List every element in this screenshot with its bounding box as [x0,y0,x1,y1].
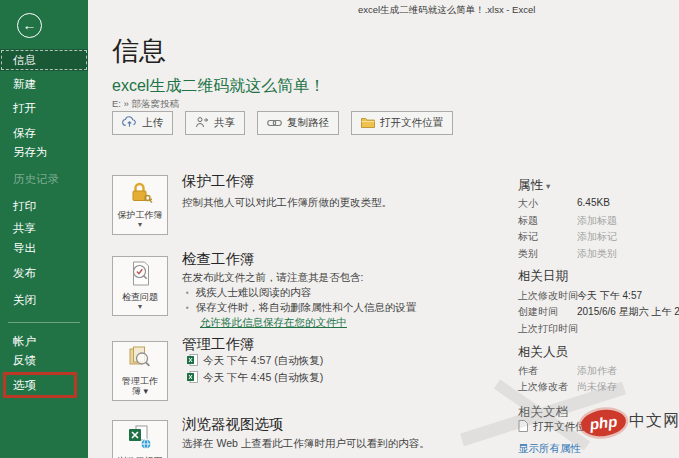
bullet-icon: ▪ [186,303,189,312]
browser-view-icon [127,436,153,453]
title-label: 标题 [518,215,538,226]
inspect-bullet-2-text: 保存文件时，将自动删除属性和个人信息的设置 [196,301,417,313]
manage-section-heading: 管理工作簿 [182,335,255,354]
inspect-section-heading: 检查工作簿 [182,250,255,269]
date-row-printed: 上次打印时间 [518,322,578,336]
sidebar-item-info[interactable]: 信息 [0,49,88,71]
sidebar-item-save-as[interactable]: 另存为 [0,141,88,163]
browser-view-options-button[interactable]: 浏览器视图 [112,420,168,458]
inspect-bullet-2: ▪保存文件时，将自动删除属性和个人信息的设置 [186,301,416,315]
excel-backstage-window: excel生成二维码就这么简单！.xlsx - Excel ← 信息 新建 打开… [0,0,679,458]
copy-path-label: 复制路径 [287,116,329,130]
created-value: 2015/6/6 星期六 上午 2:19 [577,305,679,319]
add-category-field[interactable]: 添加类别 [577,247,617,261]
page-title: 信息 [112,33,166,69]
sidebar-divider [8,322,80,323]
open-file-location-label: 打开文件位置 [380,116,443,130]
copy-path-button[interactable]: 复制路径 [257,111,339,135]
modified-value: 今天 下午 4:57 [577,289,642,303]
inspect-section-description: 在发布此文件之前，请注意其是否包含: [182,271,363,285]
back-button[interactable]: ← [17,13,42,38]
sidebar-item-history: 历史记录 [0,168,88,190]
version-label: 今天 下午 4:57 (自动恢复) [203,354,323,368]
caret-down-icon: ▾ [113,302,167,311]
browser-view-section-heading: 浏览器视图选项 [182,415,284,434]
excel-file-icon [187,354,198,368]
sidebar-item-publish[interactable]: 发布 [0,262,88,284]
browser-view-section-description: 选择在 Web 上查看此工作簿时用户可以看到的内容。 [182,437,430,451]
sidebar-item-share[interactable]: 共享 [0,217,88,239]
property-row-title: 标题添加标题 [518,214,538,228]
people-row-author: 作者添加作者 [518,364,538,378]
allow-save-info-link[interactable]: 允许将此信息保存在您的文件中 [200,316,347,330]
upload-label: 上传 [142,116,163,130]
options-highlight-annotation [3,372,77,398]
document-title: excel生成二维码就这么简单！ [112,76,325,97]
protect-section-heading: 保护工作簿 [182,172,255,191]
open-file-location-button[interactable]: 打开文件位置 [351,111,453,135]
link-icon [267,117,282,129]
document-path: E: » 部落窝投稿 [112,98,179,111]
version-label: 今天 下午 4:45 (自动恢复) [203,371,323,385]
protect-button-label: 保护工作簿 [113,210,167,220]
protect-section-description: 控制其他人可以对此工作簿所做的更改类型。 [182,196,392,210]
add-tags-field[interactable]: 添加标记 [577,230,617,244]
folder-icon [361,117,375,130]
caret-down-icon: ▾ [546,181,550,191]
related-dates-heading: 相关日期 [518,268,568,285]
inspect-document-icon [129,272,152,289]
window-title: excel生成二维码就这么简单！.xlsx - Excel [358,4,535,17]
back-arrow-icon: ← [23,17,37,33]
date-row-modified: 上次修改时间今天 下午 4:57 [518,289,578,303]
printed-label: 上次打印时间 [518,323,578,334]
size-value: 6.45KB [577,197,610,208]
created-label: 创建时间 [518,306,558,317]
lock-key-icon [127,190,153,207]
inspect-button-label: 检查问题 [113,292,167,302]
caret-down-icon: ▾ [113,220,167,229]
inspect-bullet-1: ▪残疾人士难以阅读的内容 [186,286,311,300]
add-author-field[interactable]: 添加作者 [577,364,617,378]
sidebar-item-new[interactable]: 新建 [0,73,88,95]
sidebar-item-feedback[interactable]: 反馈 [0,349,88,371]
share-icon [195,116,209,130]
manage-versions-icon [127,356,153,373]
date-row-created: 创建时间2015/6/6 星期六 上午 2:19 [518,305,558,319]
inspect-workbook-button[interactable]: 检查问题 ▾ [112,256,168,316]
property-row-size: 大小6.45KB [518,197,538,211]
autorecover-version-item[interactable]: 今天 下午 4:57 (自动恢复) [187,354,323,368]
size-label: 大小 [518,198,538,209]
sidebar-item-print[interactable]: 打印 [0,195,88,217]
modified-label: 上次修改时间 [518,290,578,301]
inspect-bullet-1-text: 残疾人士难以阅读的内容 [196,286,312,298]
bullet-icon: ▪ [186,288,189,297]
related-people-heading: 相关人员 [518,344,568,361]
watermark-site-text: 中文网 [629,411,679,432]
share-button[interactable]: 共享 [185,111,245,135]
share-label: 共享 [214,116,235,130]
author-label: 作者 [518,365,538,376]
manage-workbook-button[interactable]: 管理工作簿 ▾ [112,341,168,401]
upload-button[interactable]: 上传 [112,111,173,135]
sidebar-item-open[interactable]: 打开 [0,97,88,119]
autorecover-version-item[interactable]: 今天 下午 4:45 (自动恢复) [187,371,323,385]
sidebar-item-close[interactable]: 关闭 [0,289,88,311]
properties-menu[interactable]: 属性▾ [518,177,550,194]
excel-file-icon [187,371,198,385]
category-label: 类别 [518,248,538,259]
caret-down-icon: ▾ [143,386,148,396]
backstage-sidebar: ← 信息 新建 打开 保存 另存为 历史记录 打印 共享 导出 发布 关闭 帐户… [0,0,88,458]
document-toolbar: 上传 共享 复制路径 打开文件位置 [112,111,453,135]
cloud-upload-icon [122,116,137,130]
add-title-field[interactable]: 添加标题 [577,214,617,228]
sidebar-item-export[interactable]: 导出 [0,237,88,259]
protect-workbook-button[interactable]: 保护工作簿 ▾ [112,175,168,235]
property-row-tags: 标记添加标记 [518,230,538,244]
tags-label: 标记 [518,231,538,242]
property-row-category: 类别添加类别 [518,247,538,261]
manage-button-label: 管理工作簿 ▾ [121,376,159,396]
